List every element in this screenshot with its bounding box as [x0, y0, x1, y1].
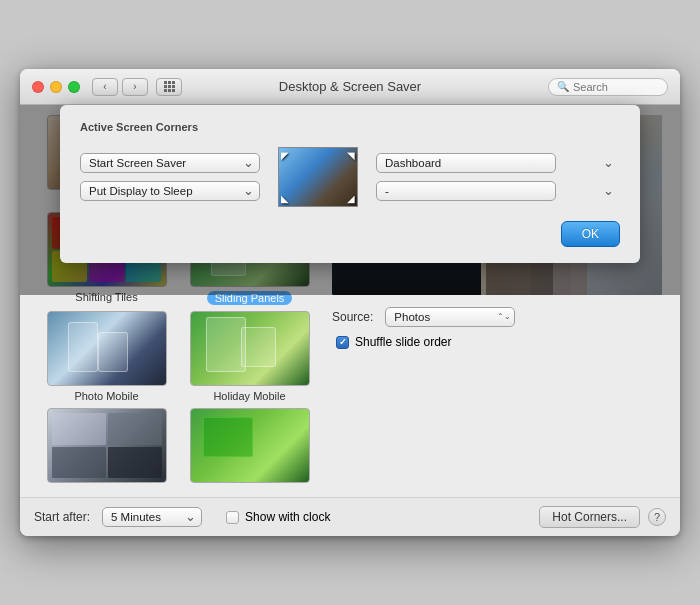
help-button[interactable]: ?: [648, 508, 666, 526]
show-clock-row: Show with clock: [226, 510, 330, 524]
source-label: Source:: [332, 310, 373, 324]
bottom-right-buttons: Hot Corners... ?: [539, 506, 666, 528]
top-right-select-wrapper: Dashboard Start Screen Saver Put Display…: [376, 153, 620, 173]
window-title: Desktop & Screen Saver: [279, 79, 421, 94]
corner-arrow-tl: ◤: [281, 150, 289, 161]
search-box[interactable]: 🔍: [548, 78, 668, 96]
source-row: Source: Photos iPhoto Aperture Folder of…: [332, 307, 662, 327]
ss-thumb-photo-mobile: [47, 311, 167, 386]
forward-button[interactable]: ›: [122, 78, 148, 96]
ss-item-holiday[interactable]: Holiday Mobile: [181, 311, 318, 402]
corner-arrow-br: ◢: [347, 193, 355, 204]
source-select-wrapper: Photos iPhoto Aperture Folder of Photos: [385, 307, 515, 327]
shuffle-label: Shuffle slide order: [355, 335, 452, 349]
popup-layout: Start Screen Saver Put Display to Sleep …: [80, 147, 620, 207]
back-button[interactable]: ‹: [92, 78, 118, 96]
grid-icon: [164, 81, 175, 92]
show-clock-label: Show with clock: [245, 510, 330, 524]
start-after-label: Start after:: [34, 510, 90, 524]
start-after-select-wrapper: 1 Minute 2 Minutes 5 Minutes 10 Minutes …: [102, 507, 202, 527]
corner-arrow-bl: ◣: [281, 193, 289, 204]
minimize-button[interactable]: [50, 81, 62, 93]
active-screen-corners-popup: Active Screen Corners Start Screen Saver…: [60, 105, 640, 263]
grid-button[interactable]: [156, 78, 182, 96]
top-right-corner-select[interactable]: Dashboard Start Screen Saver Put Display…: [376, 153, 556, 173]
show-clock-checkbox[interactable]: [226, 511, 239, 524]
ss-item-photo-mobile[interactable]: Photo Mobile: [38, 311, 175, 402]
ss-item-lower1[interactable]: [38, 408, 175, 483]
ss-thumb-holiday: [190, 311, 310, 386]
ss-label-holiday: Holiday Mobile: [213, 390, 285, 402]
main-window: ‹ › Desktop & Screen Saver 🔍 Active Scre…: [20, 69, 680, 536]
corner-arrow-tr: ◥: [347, 150, 355, 161]
ss-thumb-lower1: [47, 408, 167, 483]
top-left-corner-select[interactable]: Start Screen Saver Put Display to Sleep …: [80, 153, 260, 173]
top-left-select-wrapper: Start Screen Saver Put Display to Sleep …: [80, 153, 260, 173]
shuffle-checkmark: ✓: [339, 337, 347, 347]
traffic-lights: [32, 81, 80, 93]
bottom-right-select-wrapper: - Start Screen Saver Put Display to Slee…: [376, 181, 620, 201]
corner-preview-image: ◤ ◣ ◥ ◢: [278, 147, 358, 207]
nav-buttons: ‹ ›: [92, 78, 182, 96]
start-after-select[interactable]: 1 Minute 2 Minutes 5 Minutes 10 Minutes …: [102, 507, 202, 527]
search-input[interactable]: [573, 81, 663, 93]
ss-label-photo-mobile: Photo Mobile: [74, 390, 138, 402]
bottom-left-corner-select[interactable]: Put Display to Sleep Start Screen Saver …: [80, 181, 260, 201]
ok-button[interactable]: OK: [561, 221, 620, 247]
bottom-bar: Start after: 1 Minute 2 Minutes 5 Minute…: [20, 497, 680, 536]
close-button[interactable]: [32, 81, 44, 93]
bottom-left-select-wrapper: Put Display to Sleep Start Screen Saver …: [80, 181, 260, 201]
hot-corners-button[interactable]: Hot Corners...: [539, 506, 640, 528]
source-select[interactable]: Photos iPhoto Aperture Folder of Photos: [385, 307, 515, 327]
shuffle-row: ✓ Shuffle slide order: [336, 335, 662, 349]
title-bar: ‹ › Desktop & Screen Saver 🔍: [20, 69, 680, 105]
ss-item-lower2[interactable]: [181, 408, 318, 483]
ss-thumb-lower2: [190, 408, 310, 483]
popup-left-selects: Start Screen Saver Put Display to Sleep …: [80, 153, 260, 201]
shuffle-checkbox[interactable]: ✓: [336, 336, 349, 349]
maximize-button[interactable]: [68, 81, 80, 93]
search-icon: 🔍: [557, 81, 569, 92]
popup-overlay: Active Screen Corners Start Screen Saver…: [20, 105, 680, 295]
popup-title: Active Screen Corners: [80, 121, 620, 133]
bottom-right-corner-select[interactable]: - Start Screen Saver Put Display to Slee…: [376, 181, 556, 201]
popup-ok-row: OK: [80, 221, 620, 247]
popup-right-selects: Dashboard Start Screen Saver Put Display…: [376, 153, 620, 201]
